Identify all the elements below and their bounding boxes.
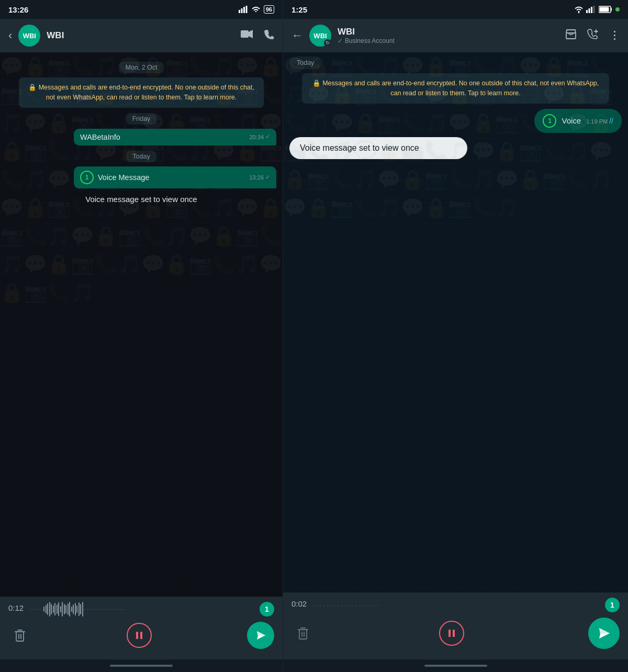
battery-icon-right xyxy=(599,6,612,13)
sent-voice-bubble-right[interactable]: Voice 1:19 PM // xyxy=(534,109,622,133)
svg-point-11 xyxy=(578,12,580,13)
right-avatar: WBI ↻ xyxy=(309,25,331,47)
left-home-indicator xyxy=(0,659,283,672)
delete-voice-button-left[interactable] xyxy=(8,624,31,647)
svg-rect-18 xyxy=(600,7,609,12)
encryption-notice-right[interactable]: 🔒 Messages and calls are end-to-end encr… xyxy=(302,73,609,104)
svg-rect-14 xyxy=(591,7,592,13)
home-bar-left xyxy=(110,665,173,667)
menu-icon-right[interactable]: ⋮ xyxy=(609,29,620,43)
svg-rect-15 xyxy=(593,6,595,13)
waveform-bar xyxy=(65,605,66,613)
status-bar-left: 13:26 96 xyxy=(0,0,283,19)
signal-icon xyxy=(239,6,248,13)
encryption-notice-left[interactable]: 🔒 Messages and calls are end-to-end encr… xyxy=(19,77,264,108)
voice-text-right: Voice xyxy=(562,116,581,125)
svg-marker-5 xyxy=(249,30,253,38)
voice-time-right: 1:19 PM // xyxy=(586,117,613,125)
left-waveform: ····· xyxy=(29,602,274,617)
send-voice-button-left[interactable] xyxy=(247,622,274,649)
date-separator-1: Mon, 2 Oct xyxy=(6,62,276,73)
left-status-icons: 96 xyxy=(239,5,274,14)
tick-icon-1: ✓ xyxy=(265,133,270,140)
signal-icon-right xyxy=(586,6,596,13)
waveform-bar xyxy=(62,602,63,617)
phone-add-icon[interactable] xyxy=(587,29,599,43)
svg-rect-7 xyxy=(140,632,142,639)
pause-voice-button-left[interactable] xyxy=(127,623,152,648)
back-button[interactable]: ‹ xyxy=(8,29,12,42)
svg-rect-19 xyxy=(566,33,576,39)
waveform-bar xyxy=(73,604,74,614)
system-message-left: Voice message set to view once xyxy=(15,195,268,204)
view-once-pill-right: Voice message set to view once xyxy=(289,137,467,159)
waveform-bar xyxy=(78,602,80,616)
waveform-bar xyxy=(47,603,48,615)
back-button-right[interactable]: ← xyxy=(291,29,303,42)
waveform-bar xyxy=(58,602,59,616)
left-contact-name: WBI xyxy=(47,30,234,41)
date-separator-3: Today xyxy=(6,151,276,162)
shop-icon[interactable] xyxy=(565,29,577,43)
left-chat-info[interactable]: WBI xyxy=(47,30,234,41)
phone-call-icon[interactable] xyxy=(264,29,274,42)
left-time: 13:26 xyxy=(8,5,28,14)
waveform-bar xyxy=(69,602,70,617)
verified-icon: ✓ xyxy=(338,37,343,44)
left-avatar: WBI xyxy=(18,25,40,47)
waveform-dots-right-bar: ··················· xyxy=(312,601,380,609)
pause-voice-button-right[interactable] xyxy=(439,621,464,646)
waveform-bar xyxy=(75,603,76,615)
svg-rect-2 xyxy=(243,7,245,13)
waveform-bar xyxy=(51,604,52,614)
right-voice-bar: 0:02 ··················· 1 xyxy=(283,592,628,659)
left-header-icons xyxy=(241,29,274,42)
right-chat-body: 💬🔒📷📞🎵💬🔒📷📞🎵💬🔒📷📞🎵💬🔒📷📞🎵💬🔒📷📞🎵💬🔒📷📞🎵💬🔒📷📞🎵💬🔒📷📞🎵… xyxy=(283,52,628,592)
bubble-time-1: 20:34 ✓ xyxy=(249,133,270,140)
svg-rect-6 xyxy=(136,632,138,639)
video-call-icon[interactable] xyxy=(241,29,253,42)
tick-voice-left: ✓ xyxy=(265,174,270,181)
right-voice-timer: 0:02 xyxy=(291,599,307,608)
right-time: 1:25 xyxy=(291,5,307,14)
delete-voice-button-right[interactable] xyxy=(291,622,315,645)
left-voice-timer: 0:12 xyxy=(8,603,24,612)
home-bar-right xyxy=(424,665,487,667)
refresh-icon: ↻ xyxy=(324,39,331,47)
waveform-dots-right: ··············· xyxy=(84,606,259,613)
waveform-bar xyxy=(80,604,81,614)
waveform-bar xyxy=(54,603,55,615)
waveform-bar xyxy=(71,607,72,612)
right-home-indicator xyxy=(283,659,628,672)
svg-rect-13 xyxy=(589,8,590,13)
business-badge: ✓ Business Account xyxy=(338,37,559,44)
right-header-icons: ⋮ xyxy=(565,29,620,43)
send-voice-button-right[interactable] xyxy=(588,618,620,649)
left-chat-body: 💬🔒📷📞🎵💬🔒📷📞🎵💬🔒📷📞🎵💬🔒📷📞🎵💬🔒📷📞🎵💬🔒📷📞🎵💬🔒📷📞🎵💬🔒📷📞🎵… xyxy=(0,52,283,597)
left-voice-row: 0:12 ····· xyxy=(8,602,274,617)
right-chat-info[interactable]: WBI ✓ Business Account xyxy=(338,27,559,44)
right-counter-badge: 1 xyxy=(605,598,620,612)
view-once-icon-left xyxy=(80,171,94,184)
sent-voice-bubble-left[interactable]: Voice Message 13:26 ✓ xyxy=(74,166,276,188)
wifi-icon xyxy=(251,6,261,13)
waveform-bar xyxy=(68,603,69,615)
right-status-icons xyxy=(575,6,620,13)
left-counter-badge: 1 xyxy=(260,602,274,617)
right-waveform: ··················· xyxy=(312,601,600,609)
svg-rect-12 xyxy=(586,10,588,13)
waveform-bar xyxy=(46,605,47,613)
wifi-icon-right xyxy=(575,6,583,13)
right-voice-controls xyxy=(291,612,620,654)
date-separator-2: Friday xyxy=(6,113,276,125)
right-contact-name: WBI xyxy=(338,27,559,37)
sent-bubble-1[interactable]: WABetaInfo 20:34 ✓ xyxy=(74,129,276,145)
view-once-icon-right xyxy=(543,114,556,128)
svg-rect-20 xyxy=(448,630,451,637)
waveform-bar xyxy=(82,602,83,617)
svg-rect-4 xyxy=(241,30,249,38)
bubble-text-1: WABetaInfo xyxy=(80,133,120,141)
left-panel: 13:26 96 ‹ WBI WBI xyxy=(0,0,283,672)
waveform-dots-left: ····· xyxy=(29,606,43,613)
sent-voice-row-right: Voice 1:19 PM // xyxy=(289,109,622,133)
